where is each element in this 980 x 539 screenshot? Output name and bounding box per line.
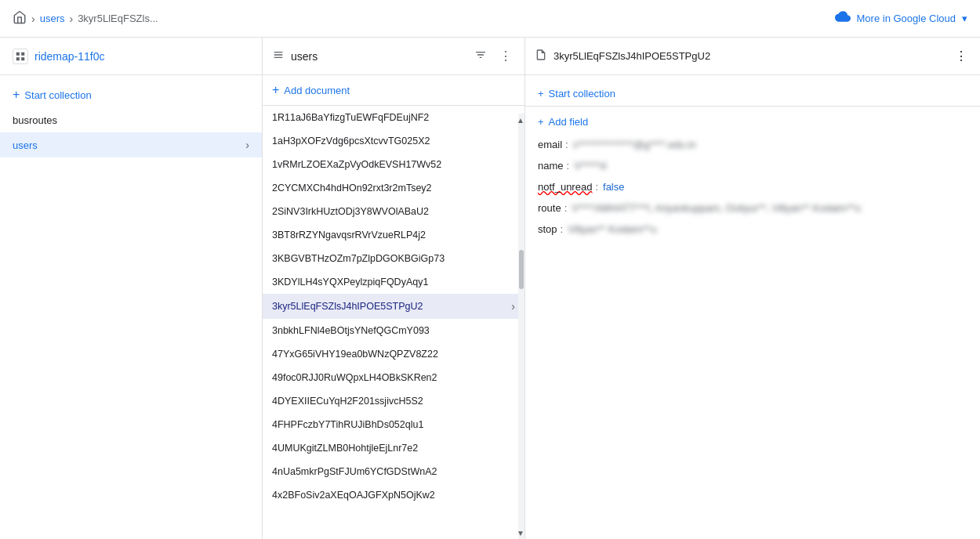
home-icon[interactable]	[13, 10, 27, 27]
right-panel-header: 3kyr5LlEqFSZlsJ4hIPOE5STPgU2 ⋮	[525, 38, 980, 75]
middle-panel-title: users	[291, 50, 465, 63]
svg-rect-0	[16, 52, 20, 55]
sidebar: ridemap-11f0c + Start collection busrout…	[0, 38, 263, 539]
right-panel: 3kyr5LlEqFSZlsJ4hIPOE5STPgU2 ⋮ + Start c…	[525, 38, 980, 539]
doc-item-12[interactable]: 4DYEXIIECuYqH2F201ssjivcH5S2	[263, 389, 524, 413]
right-panel-more-icon[interactable]: ⋮	[952, 45, 971, 67]
doc-item-8[interactable]: 3kyr5LlEqFSZlsJ4hIPOE5STPgU2 ›	[263, 294, 524, 319]
right-panel-content: + Start collection + Add field email : v…	[525, 75, 980, 539]
doc-item-4[interactable]: 2SiNV3IrkHUztODj3Y8WVOlABaU2	[263, 200, 524, 223]
scroll-track[interactable]	[518, 114, 524, 539]
add-field-plus-icon: +	[538, 116, 544, 128]
add-doc-plus-icon: +	[272, 83, 279, 97]
doc-item-10[interactable]: 47YxG65iVHY19ea0bWNzQPZV8Z22	[263, 342, 524, 366]
field-stop-value: Villyan** Kodaim**u	[568, 223, 656, 235]
svg-rect-2	[16, 57, 20, 60]
middle-panel-header: users ⋮	[263, 38, 524, 75]
breadcrumb: › users › 3kyr5LlEqFSZls...	[13, 10, 158, 27]
main-layout: ridemap-11f0c + Start collection busrout…	[0, 38, 980, 539]
users-label: users	[13, 139, 38, 151]
doc-icon	[535, 49, 547, 64]
doc-item-16[interactable]: 4x2BFoSiv2aXEqOAJGFXpN5OjKw2	[263, 483, 524, 507]
start-collection-sidebar[interactable]: + Start collection	[0, 81, 262, 108]
project-name[interactable]: ridemap-11f0c	[34, 50, 105, 63]
scroll-down-icon[interactable]: ▼	[517, 526, 524, 539]
start-collection-label: Start collection	[24, 89, 91, 101]
breadcrumb-users[interactable]: users	[40, 13, 65, 24]
right-panel-doc-title: 3kyr5LlEqFSZlsJ4hIPOE5STPgU2	[554, 50, 946, 62]
field-notf-unread-value: false	[603, 181, 624, 193]
add-document-label: Add document	[284, 85, 350, 96]
start-collection-plus-icon: +	[538, 88, 544, 99]
project-icon	[13, 49, 28, 64]
field-name: name : V*****d	[525, 155, 980, 176]
sidebar-header: ridemap-11f0c	[0, 38, 262, 75]
selected-doc-chevron: ›	[511, 300, 515, 313]
document-list: 1R11aJ6BaYfizgTuEWFqFDEujNF2 1aH3pXOFzVd…	[263, 106, 524, 539]
sidebar-content: + Start collection busroutes users ›	[0, 75, 262, 539]
svg-rect-1	[21, 52, 24, 55]
field-name-key: name	[538, 160, 564, 172]
collection-icon	[272, 49, 285, 64]
more-in-google-cloud[interactable]: More in Google Cloud ▾	[835, 9, 967, 28]
add-document-button[interactable]: + Add document	[263, 75, 524, 106]
start-collection-right-label: Start collection	[549, 88, 615, 99]
field-email-key: email	[538, 139, 562, 150]
doc-item-15[interactable]: 4nUa5mkrPgStFJUm6YCfGDStWnA2	[263, 460, 524, 483]
doc-item-14[interactable]: 4UMUKgitZLMB0HohtjleEjLnr7e2	[263, 436, 524, 460]
breadcrumb-chevron-2: ›	[69, 13, 73, 25]
breadcrumb-chevron-1: ›	[31, 13, 35, 25]
breadcrumb-doc-id: 3kyr5LlEqFSZls...	[78, 13, 158, 24]
dropdown-icon: ▾	[962, 13, 967, 24]
field-name-value: V*****d	[574, 160, 606, 172]
add-field-button[interactable]: + Add field	[525, 110, 980, 134]
doc-item-2[interactable]: 1vRMrLZOEXaZpVyOdkEVSH17Wv52	[263, 153, 524, 176]
field-route-key: route	[538, 202, 561, 214]
field-route-value: V****AMHATT***l, Ariyankuppam, Ootiyur**…	[572, 202, 861, 214]
middle-panel-actions: ⋮	[471, 45, 515, 67]
filter-icon[interactable]	[471, 45, 490, 67]
sidebar-item-users[interactable]: users ›	[0, 132, 262, 157]
doc-item-6[interactable]: 3KBGVBTHzOZm7pZlpDGOKBGiGp73	[263, 247, 524, 270]
scroll-thumb	[519, 250, 524, 289]
field-email-value: v**************@g****.edu.in	[573, 139, 696, 150]
more-google-cloud-label: More in Google Cloud	[857, 13, 956, 24]
more-options-icon[interactable]: ⋮	[496, 45, 515, 67]
start-collection-right[interactable]: + Start collection	[525, 81, 980, 107]
middle-panel: users ⋮ + Add document 1R11aJ6BaYfizgTuE…	[263, 38, 525, 539]
sidebar-item-busroutes[interactable]: busroutes	[0, 108, 262, 132]
field-stop: stop : Villyan** Kodaim**u	[525, 219, 980, 240]
doc-item-7[interactable]: 3KDYlLH4sYQXPeylzpiqFQDyAqy1	[263, 270, 524, 294]
doc-item-1[interactable]: 1aH3pXOFzVdg6pcsXtcvvTG025X2	[263, 129, 524, 153]
field-notf-unread: notf_unread : false	[525, 176, 980, 197]
cloud-icon	[835, 9, 851, 28]
chevron-right-icon: ›	[245, 139, 249, 151]
field-stop-key: stop	[538, 223, 557, 235]
topbar: › users › 3kyr5LlEqFSZls... More in Goog…	[0, 0, 980, 38]
add-field-label: Add field	[549, 116, 589, 128]
field-route: route : V****AMHATT***l, Ariyankuppam, O…	[525, 197, 980, 219]
doc-item-13[interactable]: 4FHPFczbY7TihRUJiBhDs052qlu1	[263, 413, 524, 436]
svg-rect-3	[21, 57, 24, 60]
doc-item-9[interactable]: 3nbkhLFNl4eBOtjsYNefQGCmY093	[263, 319, 524, 342]
field-email: email : v**************@g****.edu.in	[525, 134, 980, 155]
doc-item-11[interactable]: 49foc0RJJ0RuWQpxLH4OBkSKRen2	[263, 366, 524, 389]
doc-item-5[interactable]: 3BT8rRZYNgavqsrRVrVzueRLP4j2	[263, 223, 524, 247]
doc-item-0[interactable]: 1R11aJ6BaYfizgTuEWFqFDEujNF2	[263, 106, 524, 129]
plus-icon: +	[13, 88, 20, 102]
field-notf-unread-key: notf_unread	[538, 181, 592, 193]
doc-item-3[interactable]: 2CYCMXCh4hdHOn92rxt3r2mTsey2	[263, 176, 524, 200]
busroutes-label: busroutes	[13, 114, 57, 126]
scroll-up-icon[interactable]: ▲	[517, 114, 524, 126]
